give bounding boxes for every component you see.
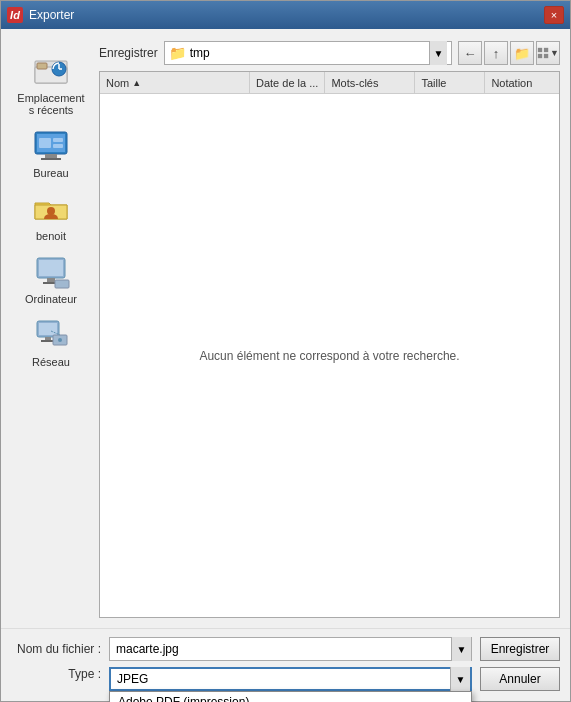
sort-arrow-nom: ▲: [132, 78, 141, 88]
type-dropdown-container: JPEG ▼ Adobe PDF (impression) Adobe PDF …: [109, 667, 472, 691]
svg-rect-9: [41, 158, 61, 160]
filename-label: Nom du fichier :: [11, 642, 101, 656]
path-input[interactable]: [190, 46, 425, 60]
sidebar-label-bureau: Bureau: [33, 167, 68, 179]
sidebar-item-recent[interactable]: Emplacements récents: [11, 49, 91, 120]
col-header-taille[interactable]: Taille: [415, 72, 485, 93]
sidebar-label-reseau: Réseau: [32, 356, 70, 368]
nav-folder-btn[interactable]: 📁: [510, 41, 534, 65]
title-bar-left: Id Exporter: [7, 7, 74, 23]
svg-point-24: [58, 338, 62, 342]
type-row: Type : JPEG ▼ Adobe PDF (impression) Ado…: [11, 667, 560, 691]
path-dropdown-btn[interactable]: ▼: [429, 41, 447, 65]
bottom-area: Nom du fichier : ▼ Enregistrer Type : JP…: [1, 628, 570, 701]
file-area: Enregistrer 📁 ▼ ← ↑ 📁: [99, 39, 560, 618]
computer-icon: [31, 254, 71, 290]
type-dropdown-selected[interactable]: JPEG ▼: [109, 667, 472, 691]
sidebar-item-bureau[interactable]: Bureau: [11, 124, 91, 183]
col-header-nom[interactable]: Nom ▲: [100, 72, 250, 93]
svg-rect-10: [39, 138, 51, 148]
network-icon: [31, 317, 71, 353]
save-button[interactable]: Enregistrer: [480, 637, 560, 661]
desktop-icon: [31, 128, 71, 164]
svg-rect-18: [55, 280, 69, 288]
path-nav-buttons: ← ↑ 📁 ▼: [458, 41, 560, 65]
path-bar: Enregistrer 📁 ▼ ← ↑ 📁: [99, 39, 560, 67]
cancel-button[interactable]: Annuler: [480, 667, 560, 691]
svg-rect-27: [544, 48, 548, 52]
svg-rect-11: [53, 138, 63, 142]
nav-up-btn[interactable]: ↑: [484, 41, 508, 65]
svg-rect-21: [45, 337, 51, 340]
svg-rect-20: [39, 323, 57, 335]
sidebar-label-ordinateur: Ordinateur: [25, 293, 77, 305]
title-text: Exporter: [29, 8, 74, 22]
col-header-mots[interactable]: Mots-clés: [325, 72, 415, 93]
nav-back-btn[interactable]: ←: [458, 41, 482, 65]
close-button[interactable]: ×: [544, 6, 564, 24]
col-header-date[interactable]: Date de la ...: [250, 72, 325, 93]
file-list-body: Aucun élément ne correspond à votre rech…: [100, 94, 559, 617]
svg-rect-15: [39, 260, 63, 276]
main-content: Emplacements récents Bureau: [1, 29, 570, 628]
type-dropdown-arrow[interactable]: ▼: [450, 667, 470, 691]
svg-rect-2: [37, 63, 47, 69]
app-icon: Id: [7, 7, 23, 23]
svg-rect-28: [538, 54, 542, 58]
sidebar-label-benoit: benoit: [36, 230, 66, 242]
file-list: Nom ▲ Date de la ... Mots-clés Taille No…: [99, 71, 560, 618]
sidebar-item-reseau[interactable]: Réseau: [11, 313, 91, 372]
filename-input[interactable]: [110, 642, 451, 656]
svg-rect-26: [538, 48, 542, 52]
file-list-header: Nom ▲ Date de la ... Mots-clés Taille No…: [100, 72, 559, 94]
col-header-notation[interactable]: Notation: [485, 72, 559, 93]
svg-rect-12: [53, 144, 63, 148]
svg-rect-8: [45, 154, 57, 158]
path-label: Enregistrer: [99, 46, 158, 60]
nav-view-btn[interactable]: ▼: [536, 41, 560, 65]
sidebar: Emplacements récents Bureau: [11, 39, 91, 618]
sidebar-item-benoit[interactable]: benoit: [11, 187, 91, 246]
svg-rect-29: [544, 54, 548, 58]
path-folder-icon: 📁: [169, 45, 186, 61]
svg-rect-16: [47, 278, 55, 282]
exporter-dialog: Id Exporter × Emp: [0, 0, 571, 702]
sidebar-label-recent: Emplacements récents: [15, 92, 87, 116]
folder-user-icon: [31, 191, 71, 227]
filename-dropdown-btn[interactable]: ▼: [451, 637, 471, 661]
empty-message: Aucun élément ne correspond à votre rech…: [199, 349, 459, 363]
svg-point-13: [47, 207, 55, 215]
type-selected-text: JPEG: [111, 672, 450, 686]
filename-input-container: ▼: [109, 637, 472, 661]
path-input-container: 📁 ▼: [164, 41, 452, 65]
dropdown-item-0[interactable]: Adobe PDF (impression): [110, 692, 471, 702]
recent-icon: [31, 53, 71, 89]
title-bar: Id Exporter ×: [1, 1, 570, 29]
sidebar-item-ordinateur[interactable]: Ordinateur: [11, 250, 91, 309]
type-label: Type :: [11, 667, 101, 681]
filename-row: Nom du fichier : ▼ Enregistrer: [11, 637, 560, 661]
type-dropdown-list: Adobe PDF (impression) Adobe PDF (intera…: [109, 691, 472, 702]
